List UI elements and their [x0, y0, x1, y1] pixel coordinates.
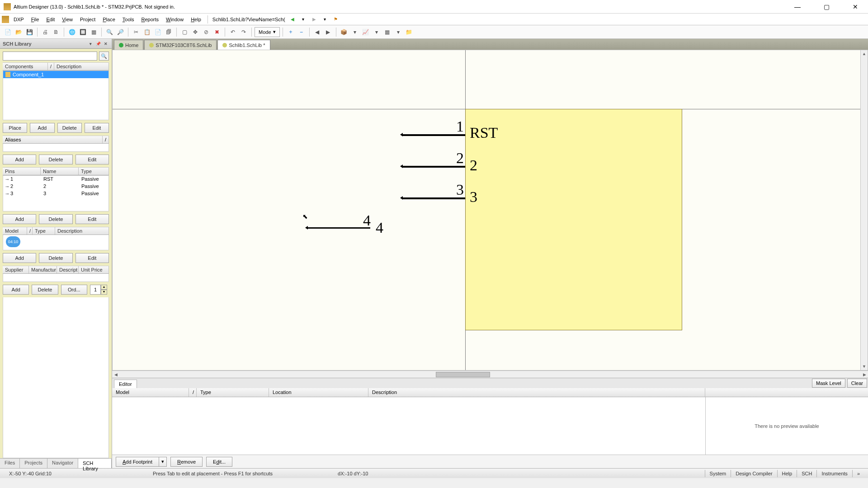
component-row[interactable]: Component_1 [3, 71, 108, 78]
col-sup-desc[interactable]: Descript [57, 266, 79, 273]
menu-reports[interactable]: Reports [137, 15, 162, 23]
print-icon[interactable]: 🖨 [40, 27, 50, 37]
tab-files[interactable]: Files [0, 459, 20, 468]
model-delete-button[interactable]: Delete [39, 253, 72, 263]
pin-row[interactable]: ⊸ 3 3 Passive [3, 190, 108, 197]
zoom-in-icon[interactable]: 🔎 [115, 27, 125, 37]
col-sort[interactable]: / [48, 63, 54, 70]
order-qty-input[interactable] [90, 285, 101, 295]
zoom-fit-icon[interactable]: 🌐 [67, 27, 77, 37]
mode-button[interactable]: Mode ▾ [255, 27, 280, 37]
menu-file[interactable]: File [28, 15, 43, 23]
aliases-sort[interactable]: / [103, 136, 109, 143]
search-button[interactable]: 🔍 [99, 52, 109, 61]
save-icon[interactable]: 💾 [24, 27, 34, 37]
new-icon[interactable]: 📄 [3, 27, 13, 37]
col-model-sort[interactable]: / [27, 227, 33, 235]
status-design-compiler[interactable]: Design Compiler [731, 470, 777, 477]
panel-pin-icon[interactable]: 📌 [95, 41, 101, 47]
schematic-canvas[interactable]: 1 RST 2 2 3 3 4 4 ⬉ ▲ ▼ [112, 50, 868, 371]
cut-icon[interactable]: ✂ [131, 27, 141, 37]
col-ed-type[interactable]: Type [197, 388, 269, 397]
tab-projects[interactable]: Projects [20, 459, 47, 468]
alias-delete-button[interactable]: Delete [39, 155, 72, 164]
menu-place[interactable]: Place [99, 15, 119, 23]
col-ed-sort[interactable]: / [189, 388, 197, 397]
component-body[interactable] [465, 109, 682, 330]
col-description[interactable]: Description [54, 63, 109, 70]
zoom-select-icon[interactable]: ▦ [89, 27, 99, 37]
menu-dxp[interactable]: DXP [10, 15, 28, 23]
redo-icon[interactable]: ↷ [239, 27, 249, 37]
nav-home-icon[interactable]: ⚑ [332, 16, 340, 23]
zoom-out-icon[interactable]: 🔍 [104, 27, 114, 37]
pin-edit-button[interactable]: Edit [75, 214, 109, 224]
clear-button[interactable]: Clear [847, 379, 867, 388]
zoom-area-icon[interactable]: 🔲 [78, 27, 88, 37]
col-pin-name[interactable]: Name [41, 168, 79, 175]
component-filter-input[interactable] [3, 52, 97, 61]
col-model[interactable]: Model [3, 227, 27, 235]
pin-2-line[interactable] [402, 166, 465, 168]
menu-edit[interactable]: Edit [42, 15, 58, 23]
col-model-desc[interactable]: Description [55, 227, 109, 235]
model-edit-button[interactable]: Edit [75, 253, 109, 263]
tab-sch-library[interactable]: SCH Library [78, 459, 112, 468]
status-help[interactable]: Help [777, 470, 797, 477]
close-button[interactable]: ✕ [846, 0, 864, 14]
model-add-button[interactable]: Add [3, 253, 36, 263]
open-icon[interactable]: 📂 [14, 27, 24, 37]
panel-close-icon[interactable]: ✕ [103, 41, 109, 47]
nav-fwd-drop[interactable]: ▾ [321, 16, 329, 23]
supplier-add-button[interactable]: Add [3, 285, 29, 295]
maximize-button[interactable]: ▢ [817, 0, 835, 14]
next-icon[interactable]: ▶ [323, 27, 333, 37]
horizontal-scrollbar[interactable]: ◀ ▶ [112, 371, 868, 378]
supplier-delete-button[interactable]: Delete [32, 285, 58, 295]
add-footprint-button[interactable]: Add Footprint [116, 457, 159, 467]
pin-add-button[interactable]: Add [3, 214, 36, 224]
pin-3-line[interactable] [402, 197, 465, 199]
aliases-header[interactable]: Aliases [3, 136, 103, 143]
nav-back-icon[interactable]: ◀ [289, 16, 296, 23]
menu-tools[interactable]: Tools [119, 15, 138, 23]
hscroll-thumb[interactable] [436, 372, 490, 377]
edit-button[interactable]: Edit [85, 123, 109, 133]
status-sch[interactable]: SCH [797, 470, 816, 477]
dxp-icon[interactable] [2, 16, 9, 23]
col-ed-description[interactable]: Description [368, 388, 705, 397]
menu-project[interactable]: Project [76, 15, 99, 23]
chart-drop[interactable]: ▾ [372, 27, 382, 37]
package-icon[interactable]: 📦 [339, 27, 349, 37]
move-icon[interactable]: ✥ [190, 27, 200, 37]
add-part-icon[interactable]: ＋ [286, 27, 296, 37]
grid-icon[interactable]: ▦ [382, 27, 392, 37]
editor-grid[interactable] [112, 397, 705, 455]
breadcrumb[interactable]: Schlib1.SchLib?ViewName=Sch( [211, 17, 287, 22]
status-more[interactable]: » [852, 470, 864, 477]
package-drop[interactable]: ▾ [350, 27, 360, 37]
edit-footprint-button[interactable]: Edit... [206, 457, 232, 467]
minimize-button[interactable]: — [788, 0, 807, 14]
col-unit-price[interactable]: Unit Price [79, 266, 109, 273]
clear-icon[interactable]: ✖ [212, 27, 222, 37]
alias-edit-button[interactable]: Edit [75, 155, 109, 164]
pin-4-floating-line[interactable] [307, 227, 370, 229]
vertical-scrollbar[interactable]: ▲ ▼ [860, 50, 868, 370]
status-system[interactable]: System [705, 470, 731, 477]
pin-row[interactable]: ⊸ 1 RST Passive [3, 176, 108, 183]
mask-level-button[interactable]: Mask Level [812, 379, 845, 388]
undo-icon[interactable]: ↶ [228, 27, 238, 37]
select-icon[interactable]: ▢ [179, 27, 189, 37]
status-instruments[interactable]: Instruments [816, 470, 852, 477]
pin-1-line[interactable] [402, 134, 465, 136]
editor-tab[interactable]: Editor [114, 380, 137, 388]
nav-back-drop[interactable]: ▾ [300, 16, 307, 23]
col-pins[interactable]: Pins [3, 168, 41, 175]
pin-row[interactable]: ⊸ 2 2 Passive [3, 183, 108, 190]
folder-icon[interactable]: 📁 [404, 27, 414, 37]
deselect-icon[interactable]: ⊘ [201, 27, 211, 37]
prev-icon[interactable]: ◀ [312, 27, 322, 37]
panel-menu-icon[interactable]: ▾ [87, 41, 94, 47]
print-preview-icon[interactable]: 🗎 [51, 27, 61, 37]
